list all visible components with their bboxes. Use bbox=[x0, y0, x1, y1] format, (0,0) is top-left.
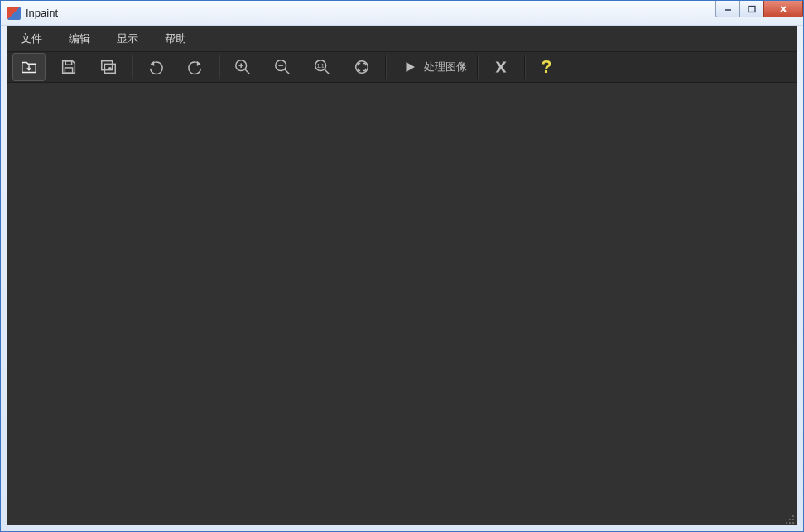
svg-line-17 bbox=[325, 69, 330, 74]
cancel-button[interactable] bbox=[484, 53, 518, 81]
open-button[interactable] bbox=[12, 53, 46, 81]
svg-point-21 bbox=[792, 519, 794, 520]
close-button[interactable] bbox=[763, 1, 803, 17]
zoom-actual-icon: 1:1 bbox=[313, 58, 331, 76]
cancel-icon bbox=[492, 58, 510, 76]
app-window: Inpaint 文件 编辑 显示 帮助 bbox=[0, 0, 804, 532]
menu-file[interactable]: 文件 bbox=[12, 26, 60, 51]
maximize-button[interactable] bbox=[739, 1, 764, 17]
undo-button[interactable] bbox=[139, 53, 172, 81]
zoom-out-button[interactable] bbox=[266, 53, 299, 81]
zoom-out-icon bbox=[273, 58, 291, 76]
close-icon bbox=[778, 5, 788, 13]
svg-rect-4 bbox=[65, 61, 71, 65]
toolbar-separator bbox=[524, 55, 525, 79]
svg-line-14 bbox=[285, 69, 290, 74]
titlebar[interactable]: Inpaint bbox=[1, 1, 803, 26]
minimize-button[interactable] bbox=[715, 1, 740, 17]
menubar: 文件 编辑 显示 帮助 bbox=[7, 26, 797, 51]
resize-grip-icon bbox=[785, 515, 795, 525]
zoom-fit-button[interactable] bbox=[345, 53, 378, 81]
gallery-button[interactable] bbox=[92, 53, 125, 81]
menu-help[interactable]: 帮助 bbox=[156, 26, 205, 51]
open-icon bbox=[20, 58, 38, 76]
process-button[interactable]: 处理图像 bbox=[392, 53, 477, 81]
svg-rect-5 bbox=[65, 68, 72, 73]
svg-text:1:1: 1:1 bbox=[317, 63, 325, 69]
window-title: Inpaint bbox=[26, 7, 58, 19]
menu-edit[interactable]: 编辑 bbox=[60, 26, 108, 51]
help-button[interactable]: ? bbox=[532, 56, 561, 78]
resize-grip[interactable] bbox=[785, 513, 795, 523]
workspace-canvas[interactable] bbox=[7, 83, 797, 525]
maximize-icon bbox=[747, 5, 757, 13]
zoom-in-icon bbox=[233, 58, 252, 76]
gallery-icon bbox=[99, 58, 118, 76]
save-icon bbox=[60, 58, 78, 76]
app-body: 文件 编辑 显示 帮助 bbox=[7, 26, 797, 525]
svg-point-24 bbox=[789, 522, 791, 524]
app-icon bbox=[7, 7, 21, 20]
save-button[interactable] bbox=[52, 53, 85, 81]
process-label: 处理图像 bbox=[424, 60, 467, 74]
svg-rect-1 bbox=[749, 6, 755, 12]
zoom-actual-button[interactable]: 1:1 bbox=[306, 53, 339, 81]
svg-point-23 bbox=[792, 522, 794, 524]
toolbar-separator bbox=[132, 55, 132, 79]
zoom-fit-icon bbox=[353, 58, 371, 76]
svg-point-22 bbox=[789, 519, 791, 520]
svg-line-10 bbox=[245, 69, 250, 74]
play-icon bbox=[402, 60, 417, 74]
toolbar: 1:1 处理图像 bbox=[7, 51, 797, 83]
menu-view[interactable]: 显示 bbox=[108, 26, 156, 51]
svg-point-20 bbox=[792, 515, 794, 517]
svg-point-19 bbox=[356, 61, 368, 74]
toolbar-separator bbox=[219, 55, 219, 79]
minimize-icon bbox=[723, 5, 733, 13]
redo-button[interactable] bbox=[179, 53, 212, 81]
svg-point-25 bbox=[786, 522, 787, 524]
toolbar-separator bbox=[477, 55, 478, 79]
svg-point-8 bbox=[108, 67, 112, 70]
redo-icon bbox=[186, 58, 205, 76]
toolbar-separator bbox=[385, 55, 386, 79]
window-controls bbox=[716, 1, 803, 17]
zoom-in-button[interactable] bbox=[226, 53, 259, 81]
undo-icon bbox=[147, 58, 165, 76]
